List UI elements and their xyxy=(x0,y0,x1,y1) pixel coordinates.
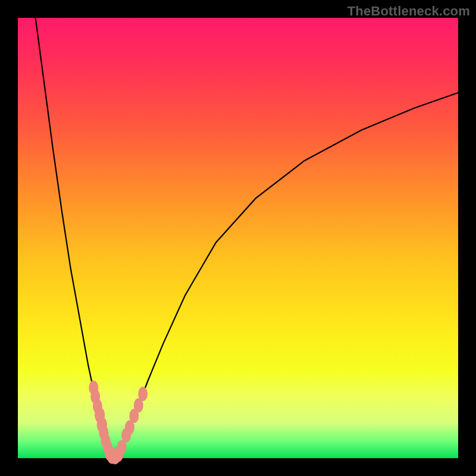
chart-frame: TheBottleneck.com xyxy=(0,0,476,476)
chart-svg xyxy=(18,18,458,458)
left-branch-curve xyxy=(36,18,111,456)
right-branch-curve xyxy=(117,93,459,456)
marker-group xyxy=(89,381,148,465)
plot-area xyxy=(18,18,458,458)
marker-point xyxy=(138,387,148,401)
watermark-text: TheBottleneck.com xyxy=(347,4,470,19)
